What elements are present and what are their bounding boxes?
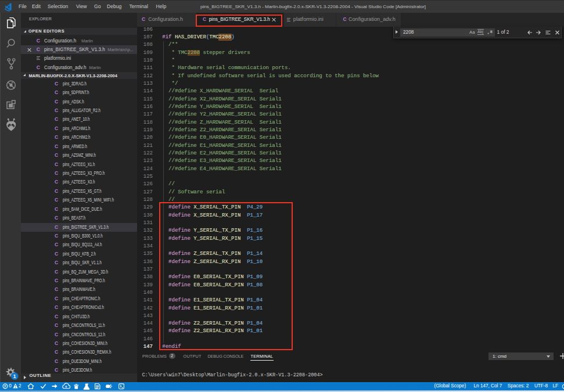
svg-text:1: 1 bbox=[13, 373, 16, 379]
